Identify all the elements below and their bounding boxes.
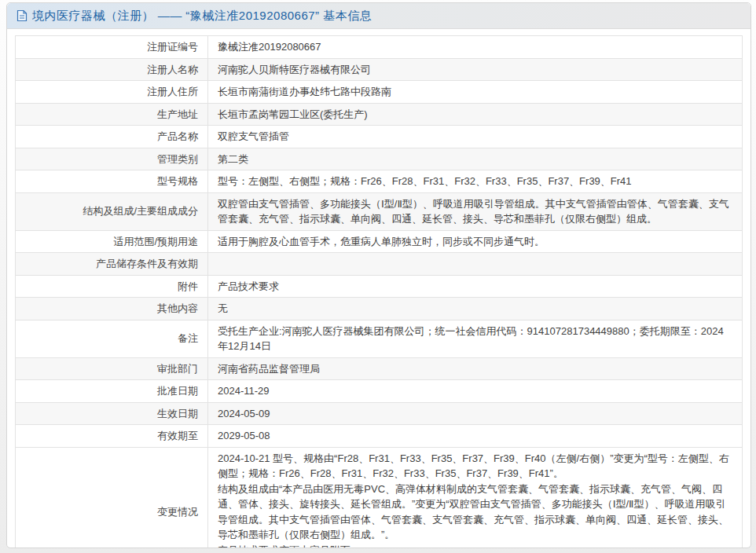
field-label-text: 适用范围/预期用途 [113,236,198,247]
field-label: 注册人名称 [16,58,208,81]
field-label-text: 注册证编号 [147,41,198,53]
field-value-text: 适用于胸腔及心血管手术，危重病人单肺独立时，同步或不同步通气时。 [218,236,545,247]
field-label: 适用范围/预期用途 [16,230,208,253]
field-value: 双腔管由支气管插管、多功能接头（Ⅰ型/Ⅱ型）、呼吸道用吸引导管组成。其中支气管插… [208,192,743,230]
field-value: 2029-05-08 [208,425,743,448]
info-table: 注册证编号豫械注准20192080667注册人名称河南驼人贝斯特医疗器械有限公司… [15,35,743,548]
table-row: 产品名称双腔支气管插管 [16,126,743,148]
field-value-text: 河南驼人贝斯特医疗器械有限公司 [218,64,371,75]
field-value: 长垣市孟岗苇园工业区(委托生产) [208,103,743,126]
field-label-text: 型号规格 [157,175,198,187]
field-value-paragraph: 2024-10-21 型号、规格由“Fr28、Fr31、Fr33、Fr35、Fr… [218,451,732,482]
table-row: 附件产品技术要求 [16,275,743,298]
field-value: 河南驼人贝斯特医疗器械有限公司 [208,58,743,81]
field-value-text: 第二类 [218,153,248,165]
field-value: 受托生产企业:河南驼人医疗器械集团有限公司；统一社会信用代码：914107281… [208,320,743,357]
field-value: 第二类 [208,148,743,170]
table-row: 适用范围/预期用途适用于胸腔及心血管手术，危重病人单肺独立时，同步或不同步通气时… [16,230,743,253]
field-label: 有效期至 [16,425,208,448]
field-label: 变更情况 [16,447,208,548]
field-label-text: 附件 [178,280,198,292]
field-value-text: 长垣市南蒲街道办事处纬七路中段路南 [218,86,391,97]
field-label: 生产地址 [16,103,208,126]
field-label-text: 生效日期 [157,408,198,419]
table-row: 产品储存条件及有效期 [16,253,743,276]
field-value: 产品技术要求 [208,275,743,298]
page-title: 境内医疗器械（注册） —— “豫械注准20192080667” 基本信息 [32,9,372,24]
field-label: 审批部门 [16,357,208,380]
field-label: 注册人住所 [16,81,208,104]
field-value-text: 2024-05-09 [218,408,270,419]
field-label: 产品储存条件及有效期 [16,253,208,276]
table-row: 批准日期2024-11-29 [16,380,743,403]
table-row: 管理类别第二类 [16,148,743,170]
field-label-text: 生产地址 [157,108,198,120]
table-row: 注册证编号豫械注准20192080667 [16,36,743,59]
field-label-text: 产品储存条件及有效期 [96,258,198,269]
table-row: 生产地址长垣市孟岗苇园工业区(委托生产) [16,103,743,126]
field-value: 型号：左侧型、右侧型；规格：Fr26、Fr28、Fr31、Fr32、Fr33、F… [208,170,743,193]
field-label: 管理类别 [16,148,208,170]
field-value: 2024-05-09 [208,402,743,425]
field-label: 其他内容 [16,298,208,320]
field-value-text: 受托生产企业:河南驼人医疗器械集团有限公司；统一社会信用代码：914107281… [218,325,724,353]
field-label-text: 管理类别 [157,153,198,165]
field-label: 产品名称 [16,126,208,148]
field-value-text: 无 [218,302,228,314]
table-row: 备注受托生产企业:河南驼人医疗器械集团有限公司；统一社会信用代码：9141072… [16,320,743,357]
table-row: 其他内容无 [16,298,743,320]
field-label-text: 变更情况 [157,506,198,518]
field-label-text: 注册人住所 [147,86,198,97]
field-label-text: 审批部门 [157,363,198,375]
table-row: 注册人住所长垣市南蒲街道办事处纬七路中段路南 [16,81,743,104]
field-value: 2024-10-21 型号、规格由“Fr28、Fr31、Fr33、Fr35、Fr… [208,447,743,548]
field-label-text: 批准日期 [157,385,198,397]
field-label: 附件 [16,275,208,298]
table-row: 结构及组成/主要组成成分双腔管由支气管插管、多功能接头（Ⅰ型/Ⅱ型）、呼吸道用吸… [16,192,743,230]
field-value: 长垣市南蒲街道办事处纬七路中段路南 [208,81,743,104]
page-container: 境内医疗器械（注册） —— “豫械注准20192080667” 基本信息 注册证… [6,2,751,548]
field-value [208,253,743,276]
field-label: 批准日期 [16,380,208,403]
field-value-text: 产品技术要求 [218,280,279,292]
field-label: 注册证编号 [16,36,208,59]
field-label-text: 备注 [178,332,198,344]
field-value: 无 [208,298,743,320]
field-label: 型号规格 [16,170,208,193]
field-value: 2024-11-29 [208,380,743,403]
field-value-text: 型号：左侧型、右侧型；规格：Fr26、Fr28、Fr31、Fr32、Fr33、F… [218,175,632,187]
field-label-text: 有效期至 [157,430,198,441]
table-row: 有效期至2029-05-08 [16,425,743,448]
table-row: 变更情况2024-10-21 型号、规格由“Fr28、Fr31、Fr33、Fr3… [16,447,743,548]
field-label-text: 其他内容 [157,302,198,314]
field-value-paragraph: 产品技术要求变更内容见附页。 [218,543,732,549]
field-value-text: 长垣市孟岗苇园工业区(委托生产) [218,108,368,120]
field-value: 河南省药品监督管理局 [208,357,743,380]
field-value-text: 2029-05-08 [218,430,270,441]
field-value: 适用于胸腔及心血管手术，危重病人单肺独立时，同步或不同步通气时。 [208,230,743,253]
document-icon [17,9,28,22]
field-value: 豫械注准20192080667 [208,36,743,59]
field-label-text: 注册人名称 [147,64,198,75]
field-value: 双腔支气管插管 [208,126,743,148]
field-label-text: 结构及组成/主要组成成分 [83,205,198,217]
field-value-text: 双腔管由支气管插管、多功能接头（Ⅰ型/Ⅱ型）、呼吸道用吸引导管组成。其中支气管插… [218,198,729,225]
field-label: 结构及组成/主要组成成分 [16,192,208,230]
field-value-text: 2024-11-29 [218,385,270,397]
field-value-text: 豫械注准20192080667 [218,41,321,53]
field-value-text: 河南省药品监督管理局 [218,363,320,375]
table-row: 生效日期2024-05-09 [16,402,743,425]
field-label-text: 产品名称 [157,130,198,142]
table-row: 审批部门河南省药品监督管理局 [16,357,743,380]
field-value-paragraph: 结构及组成由“本产品由医用无毒PVC、高弹体材料制成的支气管套囊、气管套囊、指示… [218,482,732,543]
table-row: 注册人名称河南驼人贝斯特医疗器械有限公司 [16,58,743,81]
record-content: 注册证编号豫械注准20192080667注册人名称河南驼人贝斯特医疗器械有限公司… [7,29,750,548]
page-header: 境内医疗器械（注册） —— “豫械注准20192080667” 基本信息 [7,3,750,29]
field-label: 生效日期 [16,402,208,425]
table-row: 型号规格型号：左侧型、右侧型；规格：Fr26、Fr28、Fr31、Fr32、Fr… [16,170,743,193]
field-value-text: 双腔支气管插管 [218,130,289,142]
field-label: 备注 [16,320,208,357]
